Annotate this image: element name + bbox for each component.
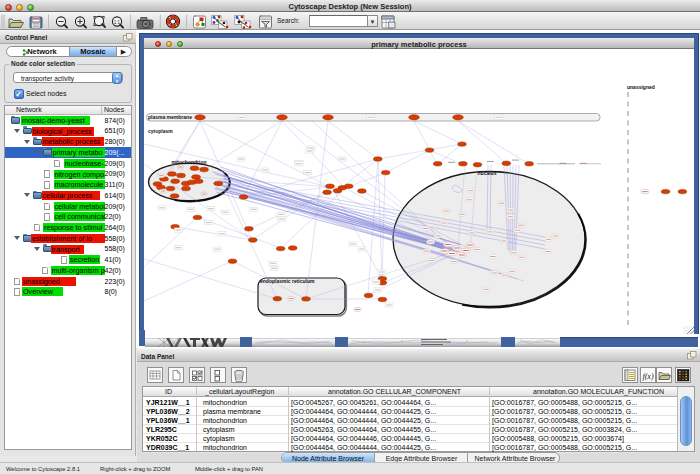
svg-text:mitochondrion: mitochondrion bbox=[172, 159, 207, 165]
svg-text:f(x): f(x) bbox=[642, 372, 653, 381]
svg-text:nucleus: nucleus bbox=[478, 170, 497, 176]
svg-text:1:1: 1:1 bbox=[114, 20, 121, 25]
svg-text:unassigned: unassigned bbox=[627, 84, 655, 90]
svg-text:endoplasmic reticulum: endoplasmic reticulum bbox=[260, 278, 315, 284]
svg-text:plasma membrane: plasma membrane bbox=[148, 114, 192, 120]
svg-text:cytoplasm: cytoplasm bbox=[148, 128, 173, 134]
